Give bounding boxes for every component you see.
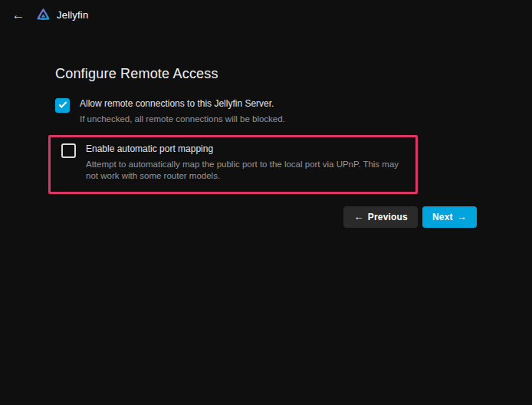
app-title: Jellyfin (57, 9, 88, 21)
next-button-label: Next (432, 212, 453, 222)
next-button[interactable]: Next → (422, 206, 477, 228)
previous-button[interactable]: ← Previous (343, 206, 418, 228)
highlight-annotation-box: Enable automatic port mapping Attempt to… (48, 135, 418, 194)
check-icon (59, 100, 67, 108)
allow-remote-label[interactable]: Allow remote connections to this Jellyfi… (80, 97, 285, 110)
port-mapping-help: Attempt to automatically map the public … (86, 159, 408, 183)
jellyfin-logo-icon (35, 7, 51, 23)
arrow-right-icon: → (457, 211, 467, 222)
wizard-nav-buttons: ← Previous Next → (55, 206, 477, 228)
port-mapping-label[interactable]: Enable automatic port mapping (86, 143, 408, 155)
port-mapping-checkbox[interactable] (61, 143, 76, 158)
allow-remote-option: Allow remote connections to this Jellyfi… (55, 97, 477, 126)
allow-remote-checkbox[interactable] (55, 98, 70, 113)
brand: Jellyfin (35, 7, 88, 23)
arrow-left-icon: ← (12, 8, 25, 21)
previous-button-label: Previous (368, 212, 408, 222)
port-mapping-option: Enable automatic port mapping Attempt to… (61, 143, 408, 183)
allow-remote-help: If unchecked, all remote connections wil… (80, 114, 285, 126)
wizard-page: Configure Remote Access Allow remote con… (55, 29, 477, 228)
back-button[interactable]: ← (9, 5, 28, 24)
arrow-left-icon: ← (353, 211, 363, 222)
app-header: ← Jellyfin (0, 0, 532, 29)
page-title: Configure Remote Access (55, 66, 477, 82)
